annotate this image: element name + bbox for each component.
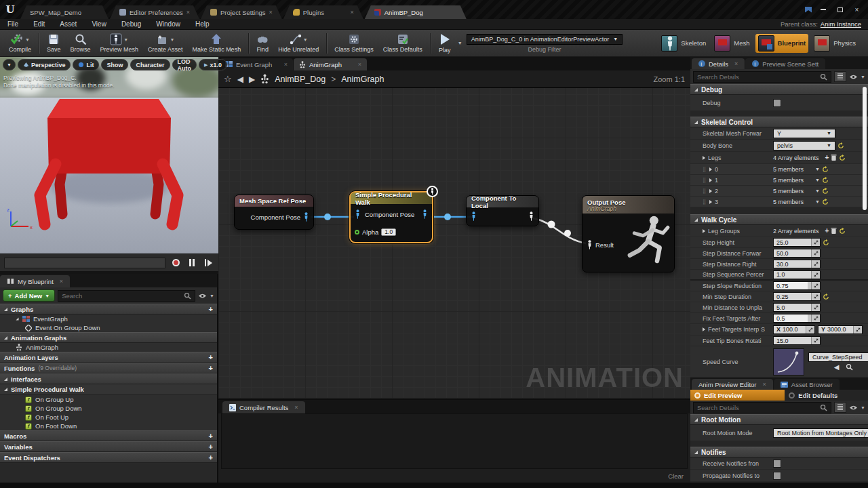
menu-edit[interactable]: Edit — [26, 20, 52, 28]
menu-debug[interactable]: Debug — [114, 20, 149, 28]
close-tab-icon[interactable]: × — [269, 9, 273, 16]
tab-event-graph[interactable]: Event Graph× — [220, 58, 293, 70]
close-tab-icon[interactable]: × — [60, 278, 63, 285]
my-blueprint-tab[interactable]: My Blueprint × — [0, 275, 70, 287]
blueprint-search[interactable] — [58, 290, 195, 302]
alpha-pin-icon[interactable] — [355, 230, 359, 235]
lod-auto-button[interactable]: LOD Auto — [172, 59, 197, 70]
node-output-pose[interactable]: Output Pose AnimGraph Result — [582, 195, 675, 272]
walk-cycle-section-header[interactable]: Walk Cycle — [690, 214, 868, 225]
timeline-scrubber[interactable] — [4, 258, 165, 268]
compile-button[interactable]: ▼ Compile — [4, 30, 36, 56]
property-matrix-button[interactable] — [834, 71, 846, 82]
close-tab-icon[interactable]: × — [734, 60, 738, 67]
lit-mode-button[interactable]: Lit — [73, 59, 99, 70]
viewport-canvas[interactable]: Previewing AnimBP_Dog_C. Bone manipulati… — [0, 57, 218, 253]
blueprint-search-input[interactable] — [62, 292, 184, 300]
add-event-dispatcher-button[interactable]: + — [209, 453, 213, 462]
record-button[interactable] — [170, 258, 182, 268]
min-step-duration-field[interactable]: 0.25 — [773, 292, 821, 301]
add-array-element-icon[interactable]: + — [825, 227, 829, 235]
min-distance-to-unplant-field[interactable]: 5.0 — [773, 303, 821, 312]
close-tab-icon[interactable]: × — [351, 9, 354, 16]
parent-class-link[interactable]: Anim Instance — [821, 20, 861, 28]
menu-view[interactable]: View — [84, 20, 114, 28]
details-search[interactable] — [693, 71, 831, 83]
pause-button[interactable] — [186, 258, 198, 268]
reset-to-default-icon[interactable] — [823, 239, 829, 246]
interfaces-section[interactable]: Interfaces — [0, 373, 217, 384]
add-macro-button[interactable]: + — [209, 432, 213, 440]
debug-object-dropdown[interactable]: AnimBP_Dog_C_0 in AnimationEditorPreview… — [467, 34, 623, 45]
anim-preview-search-input[interactable] — [697, 404, 820, 411]
step-sequence-percent-field[interactable]: 1.0 — [773, 270, 821, 279]
functions-section[interactable]: Functions (9 Overridable) + — [0, 363, 217, 373]
tree-item-on-group-down[interactable]: f On Group Down — [0, 404, 217, 413]
menu-file[interactable]: File — [0, 20, 26, 28]
close-button[interactable]: × — [851, 5, 863, 14]
result-pin-icon[interactable] — [587, 240, 593, 249]
play-button[interactable]: Play — [433, 30, 456, 56]
close-tab-icon[interactable]: × — [186, 9, 190, 16]
feet-tip-bones-rotation-field[interactable]: 15.0 — [773, 336, 821, 345]
perspective-button[interactable]: Perspective — [18, 59, 71, 70]
minimize-button[interactable] — [817, 5, 829, 14]
make-static-mesh-button[interactable]: Make Static Mesh — [188, 30, 246, 56]
pose-pin-icon[interactable] — [355, 209, 361, 219]
chevron-down-icon[interactable]: ▼ — [861, 75, 865, 79]
notifies-section-header[interactable]: Notifies — [690, 447, 868, 458]
playback-speed-button[interactable]: ▶ x1.0 — [199, 59, 227, 70]
trash-icon[interactable] — [831, 154, 837, 161]
mode-blueprint-button[interactable]: Blueprint — [755, 34, 809, 53]
breadcrumb-root[interactable]: AnimBP_Dog — [275, 75, 326, 84]
node-mesh-space-ref-pose[interactable]: Mesh Space Ref Pose Component Pose — [234, 195, 314, 230]
chevron-down-icon[interactable]: ▼ — [210, 293, 214, 298]
step-forward-button[interactable] — [202, 258, 214, 268]
speed-curve-dropdown[interactable]: Curve_StepSpeed▼ — [808, 352, 868, 362]
tab-animgraph[interactable]: AnimGraph× — [294, 58, 367, 70]
pose-pin-icon[interactable] — [422, 209, 428, 219]
create-asset-caret[interactable]: ▼ — [170, 37, 174, 42]
maximize-button[interactable] — [834, 5, 846, 14]
tree-item-eventgraph[interactable]: EventGraph — [0, 314, 217, 323]
close-tab-icon[interactable]: × — [763, 381, 766, 388]
browse-to-asset-icon[interactable] — [846, 363, 853, 371]
mode-skeleton-button[interactable]: Skeleton — [658, 34, 709, 53]
eye-filter-icon[interactable] — [849, 405, 858, 411]
event-dispatchers-section[interactable]: Event Dispatchers+ — [0, 452, 217, 463]
show-menu-button[interactable]: Show — [101, 59, 128, 70]
reset-to-default-icon[interactable] — [837, 142, 844, 149]
preview-scene-settings-tab[interactable]: i Preview Scene Sett — [745, 58, 825, 69]
chevron-down-icon[interactable]: ▼ — [861, 405, 865, 410]
root-motion-section-header[interactable]: Root Motion — [690, 414, 868, 425]
pose-pin-icon[interactable] — [303, 212, 309, 222]
tree-item-on-foot-up[interactable]: f On Foot Up — [0, 413, 217, 422]
reset-to-default-icon[interactable] — [822, 188, 829, 195]
anim-preview-editor-tab[interactable]: Anim Preview Editor× — [692, 379, 773, 390]
node-component-to-local[interactable]: Component To Local — [466, 195, 539, 226]
forward-arrow-icon[interactable]: ▶ — [249, 75, 255, 84]
animation-layers-section[interactable]: Animation Layers+ — [0, 352, 217, 363]
add-function-button[interactable]: + — [209, 364, 213, 372]
anim-preview-search[interactable] — [693, 402, 831, 413]
debug-section-header[interactable]: Debug — [690, 84, 868, 95]
add-variable-button[interactable]: + — [209, 443, 213, 451]
find-button[interactable]: Find — [252, 30, 273, 56]
macros-section[interactable]: Macros+ — [0, 430, 217, 441]
window-tab-map[interactable]: SPW_Map_Demo — [20, 5, 108, 19]
animation-graphs-section[interactable]: Animation Graphs — [0, 332, 217, 343]
viewport-options-button[interactable]: ▼ — [3, 59, 16, 70]
create-asset-button[interactable]: ▼ Create Asset — [143, 30, 188, 56]
preview-mesh-button[interactable]: ▼ Preview Mesh — [96, 30, 144, 56]
graphs-section[interactable]: Graphs+ — [0, 304, 217, 314]
class-defaults-button[interactable]: Class Defaults — [378, 30, 427, 56]
character-menu-button[interactable]: Character — [130, 59, 170, 70]
compiler-results-tab[interactable]: Compiler Results × — [222, 401, 305, 413]
details-tab[interactable]: i Details× — [692, 58, 745, 69]
interp-speed-x-field[interactable]: X100.0 — [773, 325, 815, 334]
reset-to-default-icon[interactable] — [822, 199, 829, 205]
details-search-input[interactable] — [697, 73, 820, 81]
window-tab-editor-preferences[interactable]: Editor Preferences × — [110, 5, 199, 19]
propagate-notifies-checkbox[interactable] — [773, 472, 781, 480]
step-height-field[interactable]: 25.0 — [773, 238, 821, 247]
